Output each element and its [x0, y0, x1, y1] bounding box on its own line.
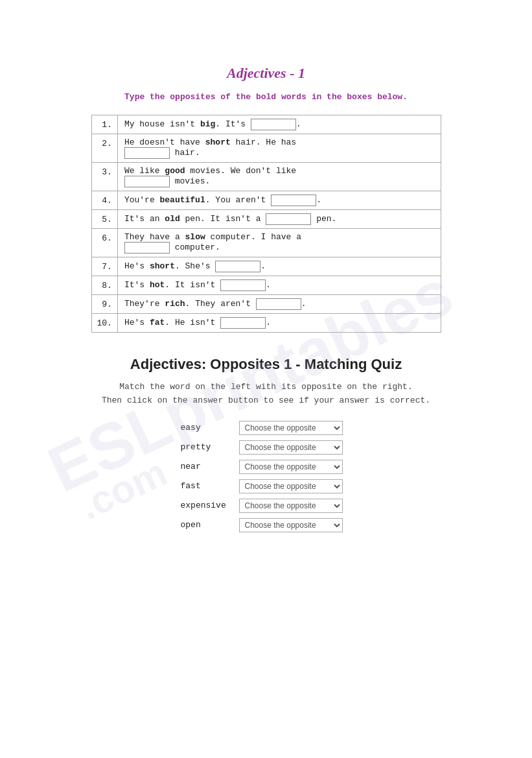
answer-box-8[interactable] — [220, 279, 266, 291]
table-row: 6. They have a slow computer. I have a c… — [91, 229, 441, 257]
subtitle: Type the opposites of the bold words in … — [39, 92, 493, 102]
match-select-easy[interactable]: Choose the opposite — [239, 421, 343, 435]
match-select-near[interactable]: Choose the opposite — [239, 460, 343, 474]
answer-box-6[interactable] — [124, 242, 170, 254]
row-num: 2. — [91, 134, 117, 163]
match-instruction-line1: Match the word on the left with its oppo… — [119, 382, 412, 392]
table-row: 4. You're beautiful. You aren't . — [91, 191, 441, 210]
row-content: They have a slow computer. I have a comp… — [117, 229, 441, 257]
match-word: pretty — [176, 438, 234, 457]
match-word: expensive — [176, 496, 234, 515]
watermark2: .com — [73, 450, 174, 529]
row-num: 10. — [91, 314, 117, 333]
match-select-expensive[interactable]: Choose the opposite — [239, 499, 343, 513]
exercise-table: 1. My house isn't big. It's . 2. He does… — [91, 115, 441, 333]
row-content: It's an old pen. It isn't a pen. — [117, 210, 441, 229]
table-row: 5. It's an old pen. It isn't a pen. — [91, 210, 441, 229]
match-instructions: Match the word on the left with its oppo… — [39, 381, 493, 408]
matching-table: easy Choose the opposite pretty Choose t… — [176, 418, 357, 535]
answer-box-7[interactable] — [215, 261, 260, 272]
list-item: open Choose the opposite — [176, 515, 357, 535]
row-num: 6. — [91, 229, 117, 257]
match-select-pretty[interactable]: Choose the opposite — [239, 440, 343, 455]
row-content: My house isn't big. It's . — [117, 115, 441, 134]
row-num: 7. — [91, 257, 117, 276]
match-instruction-line2: Then click on the answer button to see i… — [102, 396, 430, 405]
row-content: They're rich. They aren't . — [117, 295, 441, 314]
row-content: He's short. She's . — [117, 257, 441, 276]
answer-box-10[interactable] — [220, 317, 266, 329]
table-row: 1. My house isn't big. It's . — [91, 115, 441, 134]
answer-box-4[interactable] — [271, 195, 316, 206]
matching-title: Adjectives: Opposites 1 - Matching Quiz — [39, 356, 493, 373]
row-content: He's fat. He isn't . — [117, 314, 441, 333]
answer-box-1[interactable] — [251, 119, 296, 130]
list-item: expensive Choose the opposite — [176, 496, 357, 515]
list-item: fast Choose the opposite — [176, 477, 357, 496]
match-word: open — [176, 515, 234, 535]
table-row: 3. We like good movies. We don't like mo… — [91, 163, 441, 191]
row-content: He doesn't have short hair. He has hair. — [117, 134, 441, 163]
match-word: easy — [176, 418, 234, 438]
row-num: 8. — [91, 276, 117, 295]
table-row: 10. He's fat. He isn't . — [91, 314, 441, 333]
answer-box-5[interactable] — [266, 213, 311, 225]
match-word: fast — [176, 477, 234, 496]
match-select-open[interactable]: Choose the opposite — [239, 518, 343, 532]
row-num: 5. — [91, 210, 117, 229]
answer-box-9[interactable] — [256, 298, 301, 310]
row-num: 1. — [91, 115, 117, 134]
page-title: Adjectives - 1 — [39, 65, 493, 82]
table-row: 9. They're rich. They aren't . — [91, 295, 441, 314]
row-content: We like good movies. We don't like movie… — [117, 163, 441, 191]
match-select-fast[interactable]: Choose the opposite — [239, 479, 343, 493]
table-row: 8. It's hot. It isn't . — [91, 276, 441, 295]
list-item: easy Choose the opposite — [176, 418, 357, 438]
answer-box-3[interactable] — [124, 176, 170, 187]
table-row: 2. He doesn't have short hair. He has ha… — [91, 134, 441, 163]
row-num: 9. — [91, 295, 117, 314]
row-content: You're beautiful. You aren't . — [117, 191, 441, 210]
list-item: pretty Choose the opposite — [176, 438, 357, 457]
table-row: 7. He's short. She's . — [91, 257, 441, 276]
row-content: It's hot. It isn't . — [117, 276, 441, 295]
row-num: 3. — [91, 163, 117, 191]
match-word: near — [176, 457, 234, 477]
row-num: 4. — [91, 191, 117, 210]
answer-box-2[interactable] — [124, 147, 170, 159]
list-item: near Choose the opposite — [176, 457, 357, 477]
